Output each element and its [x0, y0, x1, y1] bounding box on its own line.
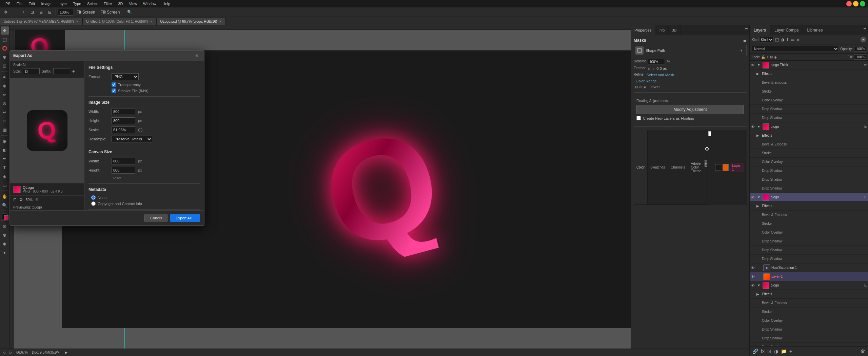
background-color-swatch[interactable]	[4, 215, 8, 220]
image-scale-input[interactable]	[112, 126, 135, 133]
expand-icon[interactable]: ▶	[756, 204, 761, 208]
layer-effect-dropshadow-3b[interactable]: Drop Shadow	[750, 246, 868, 255]
layer-effect-dropshadow-3a[interactable]: Drop Shadow	[750, 237, 868, 246]
tab-untitled1[interactable]: Untitled-1 @ 90.9% (C MENA MESA, RGB/8#)…	[0, 18, 82, 25]
layer-item-qlogo-active[interactable]: 👁 ▼ qlogo fx	[750, 193, 868, 202]
tab-info[interactable]: Info	[655, 25, 668, 35]
healing-tool[interactable]: ⊕	[1, 82, 9, 90]
format-select[interactable]: PNG JPEG GIF SVG	[112, 73, 139, 80]
smartobj-filter-icon[interactable]: ◈	[796, 37, 800, 43]
zoom-in-button[interactable]: ＋	[20, 8, 27, 16]
tab-close-icon[interactable]: ✕	[76, 20, 79, 23]
image-width-input[interactable]	[112, 108, 135, 115]
text-tool[interactable]: T	[1, 163, 9, 172]
link-layers-button[interactable]: 🔗	[752, 348, 759, 355]
expand-icon[interactable]: ▼	[757, 125, 761, 128]
arrange-button[interactable]: ⊟	[46, 8, 54, 16]
blend-mode-select[interactable]: Normal Multiply Screen Overlay	[752, 46, 839, 52]
preview-compare-icon[interactable]: ⊡	[13, 197, 17, 202]
layer-item-hue-sat[interactable]: 👁 ◐ Hue/Saturation 1	[750, 263, 868, 272]
zoom-canvas-tool[interactable]: 🔍	[1, 201, 9, 209]
expand-icon[interactable]: ▶	[756, 134, 761, 137]
blur-tool[interactable]: ◉	[1, 137, 9, 145]
smaller-file-checkbox[interactable]	[112, 88, 116, 93]
lock-position-icon[interactable]: +	[767, 55, 769, 59]
layer-item-qlogo-4[interactable]: 👁 ▼ qlogo fx	[750, 281, 868, 290]
add-mask-button[interactable]: ⊡	[767, 348, 772, 355]
layer-effect-dropshadow-4b[interactable]: Drop Shadow	[750, 334, 868, 343]
bucket-tool[interactable]: ⊛	[1, 231, 9, 239]
color-range-link[interactable]: Color Range...	[636, 79, 660, 83]
layer-item-qlogo-2[interactable]: 👁 ▼ qlogo fx	[750, 122, 868, 131]
tab-3d[interactable]: 3D	[669, 25, 680, 35]
menu-view[interactable]: View	[126, 1, 140, 6]
resample-select[interactable]: Preserve Details Bicubic Sharper Bicubic…	[112, 136, 152, 142]
preview-zoom-icon[interactable]: ⊕	[35, 197, 39, 202]
modify-adjustment-button[interactable]: Modify Adjustment	[636, 105, 744, 114]
size-input[interactable]	[23, 68, 40, 74]
layer-effects-group[interactable]: ▶ Effects	[750, 70, 868, 78]
layer-item-qlogo-thick[interactable]: 👁 ▼ qlogo Thick fx	[750, 61, 868, 70]
fill-input[interactable]	[854, 54, 866, 60]
zoom-input[interactable]	[58, 9, 73, 16]
maximize-window-button[interactable]	[860, 1, 865, 6]
layer-effect-dropshadow-4a[interactable]: Drop Shadow	[750, 325, 868, 334]
expand-icon[interactable]: ▼	[757, 283, 761, 287]
transparency-checkbox[interactable]	[112, 82, 116, 87]
lasso-tool[interactable]: ⭕	[1, 44, 9, 52]
move-tool[interactable]: ✥	[1, 26, 9, 35]
layer-effect-coloroverlay-3[interactable]: Color Overlay	[750, 228, 868, 237]
hand-tool[interactable]: ✋	[1, 192, 9, 200]
status-nav-prev[interactable]: ◁	[3, 351, 5, 354]
new-group-button[interactable]: 📁	[780, 348, 787, 355]
reset-button[interactable]: Reset	[112, 176, 121, 180]
metadata-copyright-radio[interactable]	[91, 201, 96, 206]
tab-properties[interactable]: Properties	[631, 25, 655, 35]
layer-effect-dropshadow-2c[interactable]: Drop Shadow	[750, 184, 868, 193]
navigator-tool[interactable]: ⊕	[1, 240, 9, 248]
delete-layer-button[interactable]: 🗑	[860, 348, 866, 355]
expand-icon[interactable]: ▼	[757, 63, 761, 67]
new-layer-button[interactable]: +	[789, 348, 793, 355]
menu-help[interactable]: Help	[160, 1, 173, 6]
quick-select-tool[interactable]: ⊕	[1, 53, 9, 61]
zoom-100-button[interactable]: ⊞	[37, 8, 45, 16]
layer-effect-stroke-1[interactable]: Stroke	[750, 87, 868, 96]
dialog-close-button[interactable]: ✕	[193, 53, 201, 59]
layer-visibility-icon[interactable]: 👁	[751, 63, 756, 67]
layer-effects-group-3[interactable]: ▶ Effects	[750, 202, 868, 211]
color-value-swatch[interactable]	[723, 164, 729, 171]
adjustment-filter-icon[interactable]: ◑	[780, 37, 785, 43]
filter-toggle[interactable]: ●	[861, 37, 866, 42]
subtract-mask-button[interactable]: -	[744, 49, 745, 53]
marquee-tool[interactable]: ⬚	[1, 35, 9, 43]
fx-badge[interactable]: fx	[864, 125, 867, 128]
layer-effect-dropshadow-3c[interactable]: Drop Shadow	[750, 255, 868, 263]
layer-effects-group-2[interactable]: ▶ Effects	[750, 131, 868, 140]
eyedropper-tool[interactable]: ✒	[1, 73, 9, 81]
add-scale-icon[interactable]: +	[72, 68, 75, 74]
expand-icon[interactable]: ▼	[757, 195, 761, 199]
layer-effect-dropshadow-2b[interactable]: Drop Shadow	[750, 175, 868, 184]
fill-screen-button[interactable]: Fill Screen	[99, 8, 122, 16]
pen-tool[interactable]: ✒	[1, 155, 9, 163]
layer-effect-stroke-3[interactable]: Stroke	[750, 219, 868, 228]
clone-tool[interactable]: ⊜	[1, 99, 9, 107]
fx-badge[interactable]: fx	[864, 196, 867, 199]
layer-visibility-icon[interactable]: 👁	[751, 266, 756, 270]
menu-filter[interactable]: Filter	[101, 1, 115, 6]
tab-channels[interactable]: Channels	[668, 130, 688, 204]
menu-layer[interactable]: Layer	[55, 1, 70, 6]
export-all-button[interactable]: Export All...	[170, 214, 200, 222]
menu-type[interactable]: Type	[71, 1, 84, 6]
menu-window[interactable]: Window	[140, 1, 159, 6]
scale-lock-icon[interactable]: ⬡	[138, 127, 143, 133]
menu-file[interactable]: File	[14, 1, 25, 6]
tab-layers[interactable]: Layers	[750, 25, 770, 35]
suffix-input[interactable]	[53, 68, 70, 74]
lock-all-icon[interactable]: 🔒	[761, 55, 765, 59]
layer-effect-coloroverlay-1[interactable]: Color Overlay	[750, 96, 868, 105]
menu-edit[interactable]: Edit	[26, 1, 38, 6]
layer-effect-dropshadow-2a[interactable]: Drop Shadow	[750, 166, 868, 175]
shape-tool[interactable]: ▭	[1, 181, 9, 189]
